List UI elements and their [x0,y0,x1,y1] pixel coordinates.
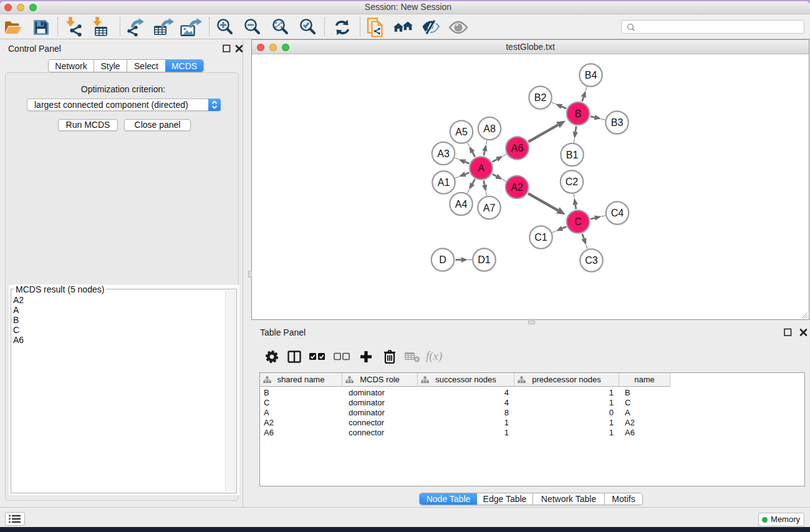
svg-text:B: B [575,109,582,119]
svg-text:A6: A6 [511,143,524,153]
svg-text:B3: B3 [611,117,624,128]
svg-text:C2: C2 [566,177,579,187]
svg-text:B1: B1 [566,150,579,160]
svg-text:C3: C3 [585,255,598,266]
svg-text:A5: A5 [455,127,468,137]
svg-text:A7: A7 [483,203,496,213]
svg-text:A4: A4 [455,199,468,210]
svg-text:A8: A8 [483,123,496,134]
svg-text:B4: B4 [585,70,597,80]
svg-text:A1: A1 [438,177,450,188]
svg-text:D: D [439,254,446,265]
svg-text:D1: D1 [478,254,491,265]
svg-text:B2: B2 [534,92,547,103]
svg-text:A2: A2 [511,182,523,193]
svg-text:C4: C4 [611,208,624,218]
svg-text:C1: C1 [534,232,547,243]
svg-text:A: A [478,163,485,173]
svg-text:C: C [574,216,582,227]
svg-text:A3: A3 [437,148,450,159]
